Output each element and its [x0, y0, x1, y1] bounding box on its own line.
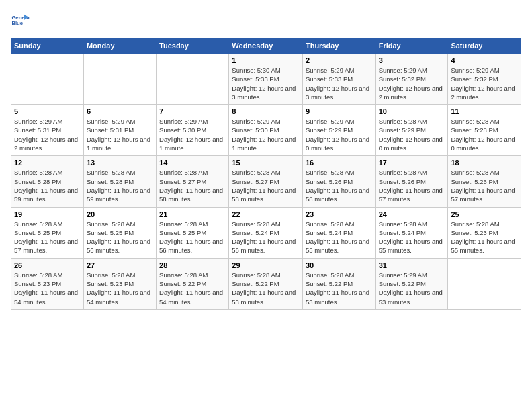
day-of-week-header: Sunday	[11, 38, 84, 54]
day-number: 30	[306, 261, 373, 269]
day-number: 8	[232, 107, 300, 116]
calendar-cell	[448, 258, 521, 309]
day-info: Sunrise: 5:29 AMSunset: 5:31 PMDaylight:…	[87, 117, 153, 152]
day-info: Sunrise: 5:28 AMSunset: 5:28 PMDaylight:…	[87, 168, 153, 203]
day-number: 9	[306, 107, 373, 116]
day-number: 25	[451, 210, 518, 218]
day-number: 20	[87, 210, 153, 218]
day-number: 14	[159, 158, 226, 167]
day-info: Sunrise: 5:28 AMSunset: 5:22 PMDaylight:…	[159, 271, 226, 306]
day-of-week-header: Saturday	[448, 38, 521, 54]
calendar-cell	[157, 54, 229, 105]
day-number: 22	[232, 210, 300, 218]
day-info: Sunrise: 5:29 AMSunset: 5:30 PMDaylight:…	[232, 117, 300, 152]
calendar-cell: 12Sunrise: 5:28 AMSunset: 5:28 PMDayligh…	[11, 156, 84, 207]
day-of-week-header: Wednesday	[229, 38, 303, 54]
logo: General Blue	[11, 11, 32, 30]
day-number: 5	[14, 107, 81, 116]
calendar-cell: 18Sunrise: 5:28 AMSunset: 5:26 PMDayligh…	[448, 156, 521, 207]
day-number: 11	[451, 107, 518, 116]
day-info: Sunrise: 5:28 AMSunset: 5:24 PMDaylight:…	[232, 220, 300, 255]
day-info: Sunrise: 5:28 AMSunset: 5:28 PMDaylight:…	[451, 117, 518, 152]
day-info: Sunrise: 5:28 AMSunset: 5:23 PMDaylight:…	[14, 271, 81, 306]
calendar-cell: 27Sunrise: 5:28 AMSunset: 5:23 PMDayligh…	[83, 258, 156, 309]
day-info: Sunrise: 5:28 AMSunset: 5:24 PMDaylight:…	[306, 220, 373, 255]
day-number: 10	[379, 107, 445, 116]
day-number: 3	[379, 56, 445, 64]
calendar-cell: 16Sunrise: 5:28 AMSunset: 5:26 PMDayligh…	[302, 156, 375, 207]
calendar-cell: 19Sunrise: 5:28 AMSunset: 5:25 PMDayligh…	[11, 207, 84, 258]
day-number: 2	[306, 56, 373, 64]
calendar-cell: 22Sunrise: 5:28 AMSunset: 5:24 PMDayligh…	[229, 207, 303, 258]
day-info: Sunrise: 5:29 AMSunset: 5:31 PMDaylight:…	[14, 117, 81, 152]
day-number: 16	[306, 158, 373, 167]
logo-icon: General Blue	[11, 11, 30, 30]
calendar-cell: 1Sunrise: 5:30 AMSunset: 5:33 PMDaylight…	[229, 54, 303, 105]
calendar-cell: 2Sunrise: 5:29 AMSunset: 5:33 PMDaylight…	[302, 54, 375, 105]
calendar-cell: 29Sunrise: 5:28 AMSunset: 5:22 PMDayligh…	[229, 258, 303, 309]
day-number: 12	[14, 158, 81, 167]
day-info: Sunrise: 5:28 AMSunset: 5:25 PMDaylight:…	[159, 220, 226, 255]
day-info: Sunrise: 5:28 AMSunset: 5:28 PMDaylight:…	[14, 168, 81, 203]
day-info: Sunrise: 5:28 AMSunset: 5:25 PMDaylight:…	[14, 220, 81, 255]
day-number: 31	[379, 261, 445, 269]
day-number: 1	[232, 56, 300, 64]
calendar-cell: 15Sunrise: 5:28 AMSunset: 5:27 PMDayligh…	[229, 156, 303, 207]
day-number: 18	[451, 158, 518, 167]
day-info: Sunrise: 5:28 AMSunset: 5:27 PMDaylight:…	[232, 168, 300, 203]
calendar-cell: 17Sunrise: 5:28 AMSunset: 5:26 PMDayligh…	[375, 156, 448, 207]
day-info: Sunrise: 5:28 AMSunset: 5:27 PMDaylight:…	[159, 168, 226, 203]
day-info: Sunrise: 5:29 AMSunset: 5:32 PMDaylight:…	[379, 66, 445, 101]
calendar-cell	[83, 54, 156, 105]
calendar-cell: 5Sunrise: 5:29 AMSunset: 5:31 PMDaylight…	[11, 105, 84, 156]
day-number: 23	[306, 210, 373, 218]
calendar-cell: 11Sunrise: 5:28 AMSunset: 5:28 PMDayligh…	[448, 105, 521, 156]
day-number: 24	[379, 210, 445, 218]
calendar-cell: 26Sunrise: 5:28 AMSunset: 5:23 PMDayligh…	[11, 258, 84, 309]
day-info: Sunrise: 5:28 AMSunset: 5:22 PMDaylight:…	[306, 271, 373, 306]
day-info: Sunrise: 5:28 AMSunset: 5:24 PMDaylight:…	[379, 220, 445, 255]
day-of-week-header: Friday	[375, 38, 448, 54]
day-info: Sunrise: 5:28 AMSunset: 5:29 PMDaylight:…	[379, 117, 445, 152]
calendar-cell: 31Sunrise: 5:29 AMSunset: 5:22 PMDayligh…	[375, 258, 448, 309]
day-number: 21	[159, 210, 226, 218]
calendar-table: SundayMondayTuesdayWednesdayThursdayFrid…	[11, 38, 521, 310]
calendar-cell: 28Sunrise: 5:28 AMSunset: 5:22 PMDayligh…	[157, 258, 229, 309]
calendar-cell: 9Sunrise: 5:29 AMSunset: 5:29 PMDaylight…	[302, 105, 375, 156]
calendar-cell: 7Sunrise: 5:29 AMSunset: 5:30 PMDaylight…	[157, 105, 229, 156]
day-info: Sunrise: 5:29 AMSunset: 5:33 PMDaylight:…	[306, 66, 373, 101]
calendar-cell: 25Sunrise: 5:28 AMSunset: 5:23 PMDayligh…	[448, 207, 521, 258]
calendar-cell: 4Sunrise: 5:29 AMSunset: 5:32 PMDaylight…	[448, 54, 521, 105]
calendar-cell: 23Sunrise: 5:28 AMSunset: 5:24 PMDayligh…	[302, 207, 375, 258]
day-info: Sunrise: 5:28 AMSunset: 5:26 PMDaylight:…	[379, 168, 445, 203]
day-info: Sunrise: 5:28 AMSunset: 5:23 PMDaylight:…	[451, 220, 518, 255]
calendar-cell: 30Sunrise: 5:28 AMSunset: 5:22 PMDayligh…	[302, 258, 375, 309]
day-info: Sunrise: 5:29 AMSunset: 5:30 PMDaylight:…	[159, 117, 226, 152]
day-info: Sunrise: 5:29 AMSunset: 5:29 PMDaylight:…	[306, 117, 373, 152]
svg-text:Blue: Blue	[11, 20, 23, 26]
day-of-week-header: Thursday	[302, 38, 375, 54]
day-info: Sunrise: 5:28 AMSunset: 5:26 PMDaylight:…	[451, 168, 518, 203]
day-number: 13	[87, 158, 153, 167]
day-number: 27	[87, 261, 153, 269]
calendar-cell: 21Sunrise: 5:28 AMSunset: 5:25 PMDayligh…	[157, 207, 229, 258]
day-number: 6	[87, 107, 153, 116]
calendar-cell: 24Sunrise: 5:28 AMSunset: 5:24 PMDayligh…	[375, 207, 448, 258]
calendar-cell: 14Sunrise: 5:28 AMSunset: 5:27 PMDayligh…	[157, 156, 229, 207]
day-number: 26	[14, 261, 81, 269]
calendar-cell: 10Sunrise: 5:28 AMSunset: 5:29 PMDayligh…	[375, 105, 448, 156]
day-info: Sunrise: 5:29 AMSunset: 5:32 PMDaylight:…	[451, 66, 518, 101]
calendar-cell	[11, 54, 84, 105]
day-info: Sunrise: 5:28 AMSunset: 5:22 PMDaylight:…	[232, 271, 300, 306]
calendar-cell: 20Sunrise: 5:28 AMSunset: 5:25 PMDayligh…	[83, 207, 156, 258]
day-number: 29	[232, 261, 300, 269]
day-number: 4	[451, 56, 518, 64]
calendar-cell: 3Sunrise: 5:29 AMSunset: 5:32 PMDaylight…	[375, 54, 448, 105]
day-info: Sunrise: 5:28 AMSunset: 5:25 PMDaylight:…	[87, 220, 153, 255]
day-number: 15	[232, 158, 300, 167]
day-info: Sunrise: 5:30 AMSunset: 5:33 PMDaylight:…	[232, 66, 300, 101]
day-info: Sunrise: 5:28 AMSunset: 5:26 PMDaylight:…	[306, 168, 373, 203]
day-of-week-header: Tuesday	[157, 38, 229, 54]
day-number: 28	[159, 261, 226, 269]
day-of-week-header: Monday	[83, 38, 156, 54]
